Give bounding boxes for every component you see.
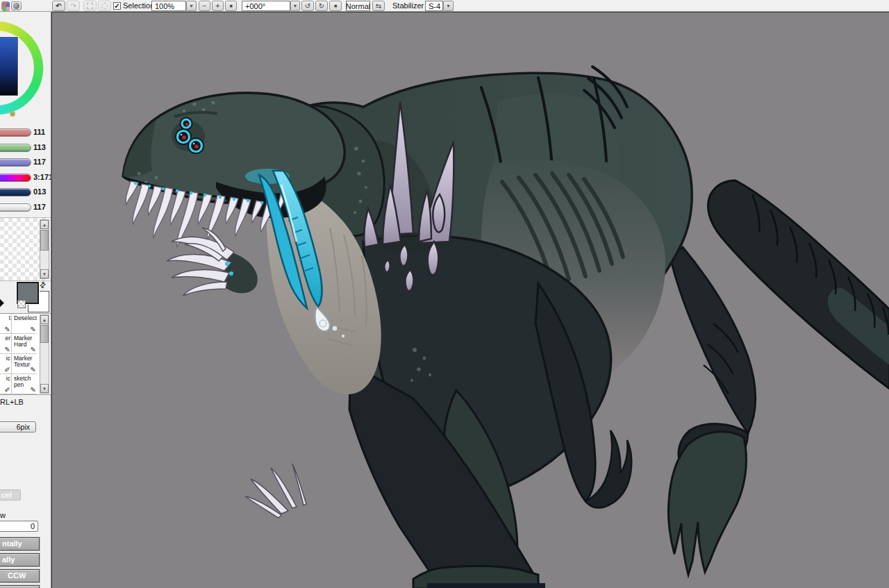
selection-transform-button[interactable] <box>83 1 97 11</box>
tool-scrollbar[interactable]: ▲ ▼ <box>40 314 49 394</box>
swap-arrows-icon: ⇆ <box>376 2 381 10</box>
rotate-cw-icon: ↻ <box>319 2 324 10</box>
selection-checkbox[interactable]: ✓ <box>113 2 121 10</box>
tool-basic[interactable]: ic✐ <box>0 354 12 373</box>
tool-sketch-pen[interactable]: sketch pen✎ <box>13 374 37 394</box>
stabilizer-combobox[interactable]: S-4 <box>425 1 443 11</box>
scrollbar-thumb[interactable] <box>40 230 49 251</box>
transparent-color-icon[interactable] <box>17 300 26 308</box>
scratchpad[interactable]: ▲ ▼ <box>0 217 51 281</box>
left-panel: 111 113 117 3:171 013 117 ▲ ▼ ⇄ t✎ Desel… <box>0 12 51 588</box>
tool-basic-2[interactable]: ic✐ <box>0 374 12 394</box>
drawing-canvas[interactable] <box>51 12 889 588</box>
tool-select[interactable]: t✎ <box>0 314 12 333</box>
rotate-ccw-button[interactable]: ↺ <box>301 1 314 11</box>
zoom-in-button[interactable]: + <box>212 1 224 11</box>
angle-input[interactable]: 0 <box>0 521 38 532</box>
rotate-cw-canvas-button[interactable] <box>0 585 40 588</box>
tool-label: ic <box>6 375 10 382</box>
hue-value: 3:171 <box>33 173 51 181</box>
navy-value: 013 <box>33 187 46 196</box>
tool-row: t✎ Deselect✎ <box>0 314 37 334</box>
gray-value: 117 <box>33 203 46 211</box>
navigator-toggle-button[interactable] <box>11 1 22 10</box>
brush-icon: ✐ <box>5 387 10 394</box>
marker-shape-icon <box>0 299 4 308</box>
swap-colors-icon[interactable]: ⇄ <box>38 280 49 291</box>
color-swatches: ⇄ <box>0 281 51 313</box>
chevron-down-icon: ▼ <box>446 3 451 8</box>
hue-marker[interactable] <box>10 111 15 117</box>
zoom-reset-button[interactable]: ■ <box>225 1 237 11</box>
slider-row: 3:171 <box>0 171 51 186</box>
tool-marker-texture[interactable]: Marker Textur✎ <box>13 354 37 373</box>
swap-mode-button[interactable]: ⇆ <box>372 1 385 11</box>
scroll-up-icon[interactable]: ▲ <box>40 315 49 324</box>
chevron-down-icon: ▼ <box>189 3 194 8</box>
blend-mode-value: Normal <box>346 2 370 10</box>
saturation-value-square[interactable] <box>0 37 18 96</box>
rotate-ccw-canvas-button[interactable]: CCW <box>0 569 40 582</box>
plus-icon: + <box>216 2 220 10</box>
redo-icon: ↷ <box>70 2 76 10</box>
red-slider[interactable] <box>0 128 31 137</box>
tool-label: Deselect <box>14 314 37 321</box>
gray-slider[interactable] <box>0 203 31 212</box>
paint-app-window: ↶ ↷ ✓ Selection 100% ▼ − + ■ +000° ▼ ↺ ↻… <box>0 0 889 588</box>
color-panel-toggle-button[interactable] <box>1 1 10 10</box>
scrollbar-thumb[interactable] <box>40 325 49 343</box>
flip-vertically-button[interactable]: ally <box>0 553 40 566</box>
tool-row: er✎ Marker Hard✎ <box>0 334 37 354</box>
stabilizer-dropdown-arrow[interactable]: ▼ <box>443 1 454 11</box>
green-slider[interactable] <box>0 144 31 152</box>
brush-size-button[interactable]: 6pix <box>0 421 36 432</box>
scroll-up-icon[interactable]: ▲ <box>40 220 49 229</box>
red-value: 111 <box>33 128 45 136</box>
color-wheel[interactable] <box>0 12 51 123</box>
angle-combobox[interactable]: +000° <box>242 1 290 11</box>
tool-label: er <box>5 335 10 342</box>
tool-label: Marker Hard <box>14 335 32 348</box>
color-sliders: 111 113 117 3:171 013 117 <box>0 126 51 215</box>
shortcut-hint: RL+LB <box>0 398 24 406</box>
undo-button[interactable]: ↶ <box>52 1 65 11</box>
tool-label: sketch pen <box>14 375 31 388</box>
eraser-pen-icon: ✎ <box>31 326 36 334</box>
angle-value: +000° <box>245 2 265 10</box>
hue-slider[interactable] <box>0 174 31 182</box>
zoom-combobox[interactable]: 100% <box>151 1 186 11</box>
tool-row: ic✐ sketch pen✎ <box>0 374 37 394</box>
rotate-cw-button[interactable]: ↻ <box>315 1 328 11</box>
blue-value: 117 <box>33 158 46 166</box>
green-value: 113 <box>33 143 46 151</box>
pen-icon: ✎ <box>31 346 36 354</box>
scroll-down-icon[interactable]: ▼ <box>40 269 49 278</box>
rotate-reset-button[interactable]: ■ <box>329 1 342 11</box>
stabilizer-label: Stabilizer <box>392 1 424 10</box>
scratchpad-scrollbar[interactable]: ▲ ▼ <box>40 219 49 279</box>
pen-icon: ✎ <box>31 387 36 394</box>
tool-palette: t✎ Deselect✎ er✎ Marker Hard✎ ic✐ Marker… <box>0 313 51 395</box>
tool-marker[interactable]: er✎ <box>0 334 12 353</box>
minus-icon: − <box>203 2 207 10</box>
slider-row: 113 <box>0 141 51 156</box>
chevron-down-icon: ▼ <box>293 3 298 8</box>
cancel-button[interactable]: cel <box>0 489 21 501</box>
pen-icon: ✎ <box>5 326 10 334</box>
artwork-creature-painting <box>52 12 889 588</box>
zoom-out-button[interactable]: − <box>199 1 210 11</box>
blend-mode-button[interactable]: Normal <box>346 1 370 11</box>
palette-icon <box>2 2 10 10</box>
zoom-dropdown-arrow[interactable]: ▼ <box>186 1 197 11</box>
angle-dropdown-arrow[interactable]: ▼ <box>290 1 300 11</box>
blue-slider[interactable] <box>0 158 31 167</box>
redo-button[interactable]: ↷ <box>67 1 80 11</box>
navy-slider[interactable] <box>0 188 31 196</box>
lasso-icon <box>101 3 108 9</box>
tool-label: Marker Textur <box>14 355 32 368</box>
tool-marker-hard[interactable]: Marker Hard✎ <box>13 334 37 353</box>
flip-horizontally-button[interactable]: ntally <box>0 537 40 551</box>
selection-rotate-button[interactable] <box>98 1 111 11</box>
tool-deselect[interactable]: Deselect✎ <box>13 314 37 333</box>
scroll-down-icon[interactable]: ▼ <box>40 384 49 393</box>
